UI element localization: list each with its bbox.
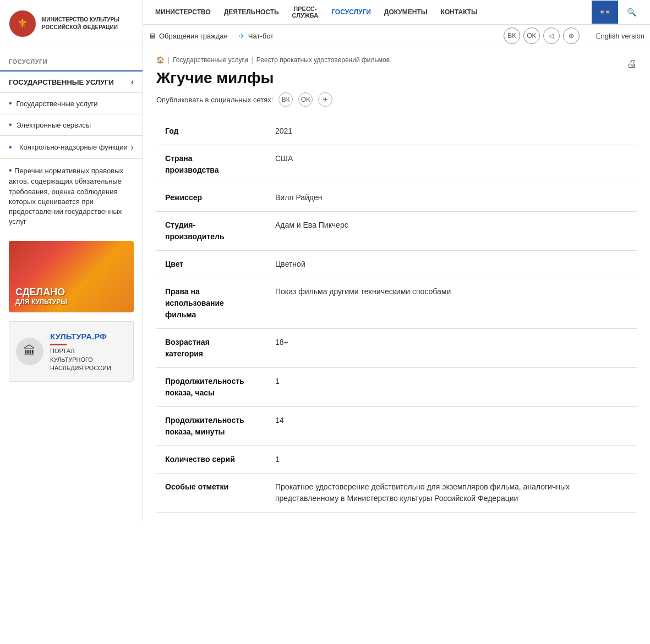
nav-bottom-row: 🖥 Обращения граждан ✈ Чат-бот ВК OK ◁ ⊕ … [143,25,650,47]
banner-culture-bg: СДЕЛАНО ДЛЯ КУЛЬТУРЫ [9,241,134,312]
share-ok-icon[interactable]: OK [298,92,313,107]
table-row: Продолжительность показа, часы1 [156,368,637,407]
sidebar-item-control[interactable]: Контрольно-надзорные функции [0,135,143,158]
table-cell-label: Возрастная категория [156,329,266,368]
table-cell-label: Продолжительность показа, минуты [156,407,266,446]
share-vk-icon[interactable]: ВК [278,92,293,107]
logo-area: ⚜ МИНИСТЕРСТВО КУЛЬТУРЫ РОССИЙСКОЙ ФЕДЕР… [0,0,143,47]
table-cell-value: Показ фильма другими техническими способ… [266,278,637,329]
nav-icons-right: 👓 🔍 [592,1,644,24]
page-title: Жгучие милфы [156,69,637,87]
banner-culture-subtitle: ДЛЯ КУЛЬТУРЫ [15,298,127,306]
breadcrumb-registry[interactable]: Реестр прокатных удостоверений фильмов [256,56,390,64]
table-cell-label: Продолжительность показа, часы [156,368,266,407]
sidebar-heading: ГОСУСЛУГИ [0,58,143,70]
table-row: Права на использование фильмаПоказ фильм… [156,278,637,329]
banner-culture-title: СДЕЛАНО [15,287,127,298]
sidebar-banner-rf[interactable]: 🏛 КУЛЬТУРА.РФ ПОРТАЛ КУЛЬТУРНОГО НАСЛЕДИ… [9,321,134,382]
table-row: РежиссерВилл Райден [156,184,637,212]
banner-rf-dash [50,344,67,345]
search-button[interactable]: 🔍 [618,1,644,24]
telegram-icon: ✈ [239,32,245,40]
coat-of-arms-icon: ⚜ [9,10,36,37]
nav-top-row: МИНИСТЕРСТВО ДЕЯТЕЛЬНОСТЬ ПРЕСС- СЛУЖБА … [143,0,650,25]
table-cell-label: Страна производства [156,145,266,184]
table-row: Возрастная категория18+ [156,329,637,368]
table-cell-value: Вилл Райден [266,184,637,212]
table-row: Год2021 [156,118,637,145]
table-cell-value: 1 [266,446,637,474]
table-cell-value: Цветной [266,251,637,278]
column-icon: 🏛 [16,338,43,365]
twitter-icon[interactable]: ◁ [543,27,560,44]
nav-menu-items: МИНИСТЕРСТВО ДЕЯТЕЛЬНОСТЬ ПРЕСС- СЛУЖБА … [149,0,592,24]
top-nav: ⚜ МИНИСТЕРСТВО КУЛЬТУРЫ РОССИЙСКОЙ ФЕДЕР… [0,0,650,47]
citizens-appeals-link[interactable]: 🖥 Обращения граждан [149,32,228,40]
ok-icon[interactable]: OK [523,27,540,44]
breadcrumb: 🏠 | Государственные услуги | Реестр прок… [156,56,627,64]
rss-icon[interactable]: ⊕ [563,27,580,44]
sidebar-item-normative[interactable]: Перечни нормативных правовых актов, соде… [0,158,143,232]
sidebar-item-gosusligi[interactable]: Государственные услуги [0,92,143,114]
table-cell-value: США [266,145,637,184]
vk-icon[interactable]: ВК [504,27,520,44]
sidebar: ГОСУСЛУГИ ГОСУДАРСТВЕННЫЕ УСЛУГИ ‹ Госуд… [0,47,143,521]
table-row: Страна производстваСША [156,145,637,184]
share-telegram-icon[interactable]: ✈ [318,92,332,107]
table-row: Продолжительность показа, минуты14 [156,407,637,446]
nav-press[interactable]: ПРЕСС- СЛУЖБА [286,0,325,24]
print-button[interactable]: 🖨 [627,58,637,70]
nav-deyatelnost[interactable]: ДЕЯТЕЛЬНОСТЬ [217,3,286,21]
chevron-left-icon: ‹ [131,77,134,87]
svg-text:⚜: ⚜ [17,16,28,30]
banner-rf-bg: 🏛 КУЛЬТУРА.РФ ПОРТАЛ КУЛЬТУРНОГО НАСЛЕДИ… [9,321,134,382]
table-cell-value: 18+ [266,329,637,368]
table-cell-value: Прокатное удостоверение действительно дл… [266,474,637,513]
table-cell-label: Студия- производитель [156,212,266,251]
search-icon: 🔍 [627,8,636,16]
table-cell-label: Режиссер [156,184,266,212]
accessibility-button[interactable]: 👓 [592,1,618,24]
nav-dokumenty[interactable]: ДОКУМЕНТЫ [378,3,434,21]
table-row: Количество серий1 [156,446,637,474]
sidebar-banner-culture[interactable]: СДЕЛАНО ДЛЯ КУЛЬТУРЫ [9,241,134,312]
table-cell-label: Цвет [156,251,266,278]
social-icons-group: ВК OK ◁ ⊕ [504,27,580,44]
logo-text: МИНИСТЕРСТВО КУЛЬТУРЫ РОССИЙСКОЙ ФЕДЕРАЦ… [42,16,119,31]
banner-rf-title: КУЛЬТУРА.РФ [50,331,111,342]
content-area: 🖨 🏠 | Государственные услуги | Реестр пр… [143,47,650,521]
table-cell-label: Особые отметки [156,474,266,513]
banner-rf-text: КУЛЬТУРА.РФ ПОРТАЛ КУЛЬТУРНОГО НАСЛЕДИЯ … [50,331,111,372]
sidebar-item-electronic[interactable]: Электронные сервисы [0,114,143,135]
english-version-link[interactable]: English version [596,32,644,40]
table-cell-value: 1 [266,368,637,407]
table-cell-label: Год [156,118,266,145]
table-cell-value: Адам и Ева Пикчерс [266,212,637,251]
table-cell-label: Права на использование фильма [156,278,266,329]
table-cell-label: Количество серий [156,446,266,474]
main-layout: ГОСУСЛУГИ ГОСУДАРСТВЕННЫЕ УСЛУГИ ‹ Госуд… [0,47,650,521]
table-row: Студия- производительАдам и Ева Пикчерс [156,212,637,251]
social-share-row: Опубликовать в социальных сетях: ВК OK ✈ [156,92,637,107]
table-cell-value: 2021 [266,118,637,145]
chatbot-link[interactable]: ✈ Чат-бот [239,32,274,40]
info-table: Год2021Страна производстваСШАРежиссерВил… [156,118,637,513]
breadcrumb-gosusligi[interactable]: Государственные услуги [173,56,248,64]
nav-kontakty[interactable]: КОНТАКТЫ [434,3,484,21]
monitor-icon: 🖥 [149,32,156,40]
table-cell-value: 14 [266,407,637,446]
nav-ministerstvo[interactable]: МИНИСТЕРСТВО [149,3,217,21]
table-row: ЦветЦветной [156,251,637,278]
sidebar-section-title[interactable]: ГОСУДАРСТВЕННЫЕ УСЛУГИ ‹ [0,70,143,92]
table-row: Особые отметкиПрокатное удостоверение де… [156,474,637,513]
nav-right: МИНИСТЕРСТВО ДЕЯТЕЛЬНОСТЬ ПРЕСС- СЛУЖБА … [143,0,650,47]
nav-gosusligi[interactable]: ГОСУСЛУГИ [325,3,378,21]
home-icon[interactable]: 🏠 [156,56,165,64]
